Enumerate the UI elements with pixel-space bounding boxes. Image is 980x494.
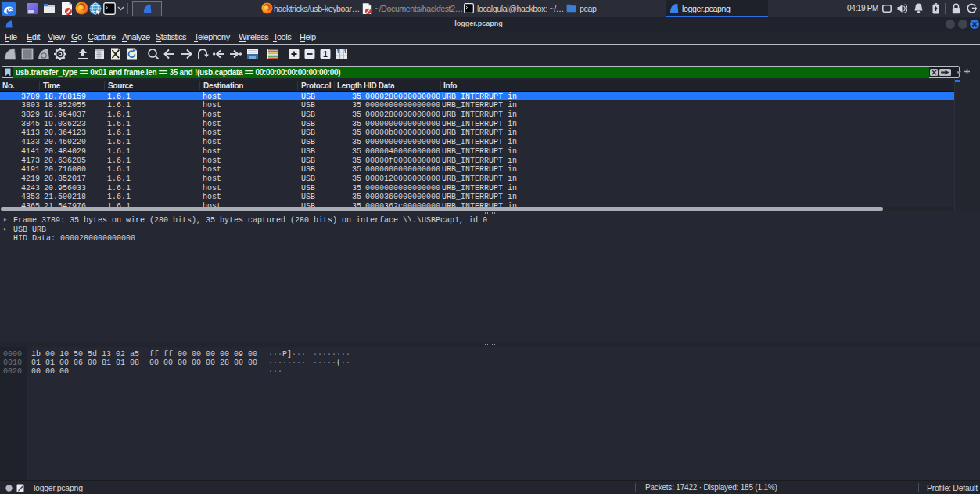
svg-text:1: 1 xyxy=(323,49,328,59)
